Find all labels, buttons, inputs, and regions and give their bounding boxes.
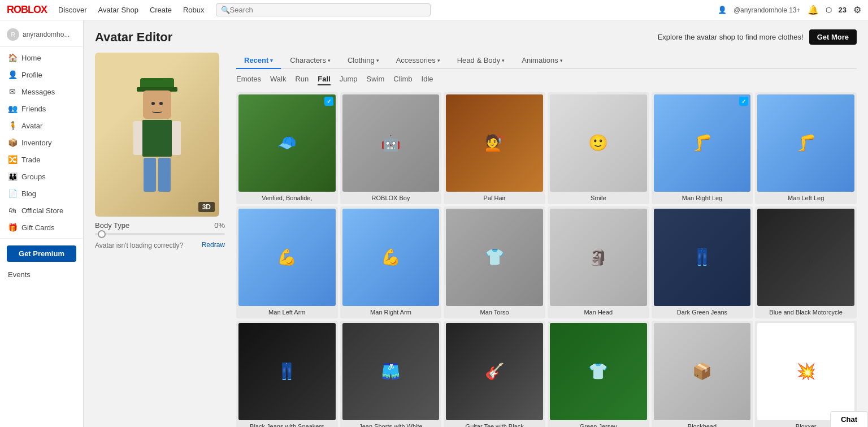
- item-card-4[interactable]: 🙂Smile: [548, 92, 649, 204]
- item-card-8[interactable]: 💪Man Right Arm: [340, 206, 442, 318]
- item-thumb: 🦵✓: [654, 94, 751, 192]
- item-label: Smile: [550, 194, 647, 202]
- subtab-walk[interactable]: Walk: [270, 74, 286, 85]
- sidebar-item-label: Profile: [21, 71, 42, 79]
- tab-clothing[interactable]: Clothing ▾: [340, 53, 387, 69]
- robux-count[interactable]: 23: [839, 6, 847, 14]
- item-label: Blue and Black Motorcycle: [757, 308, 854, 316]
- item-grid: 🧢✓Verified, Bonafide,🤖ROBLOX Boy💇Pal Hai…: [236, 92, 857, 427]
- sidebar-item-label: Trade: [21, 156, 40, 164]
- tab-accessories[interactable]: Accessories ▾: [388, 53, 448, 69]
- sidebar-item-inventory[interactable]: 📦 Inventory: [0, 134, 83, 151]
- body-type-pct: 0%: [214, 221, 225, 230]
- item-symbol: 💪: [277, 248, 297, 266]
- item-thumb: 🏍: [757, 209, 854, 306]
- item-card-14[interactable]: 🩳Jean Shorts with White: [340, 321, 442, 427]
- robux-icon: ⬡: [826, 6, 832, 14]
- sidebar-item-label: Inventory: [21, 139, 51, 147]
- sidebar-user: R anyrandomho...: [0, 25, 83, 47]
- notification-bell-icon[interactable]: 🔔: [808, 5, 819, 15]
- item-card-13[interactable]: 👖Black Jeans with Sneakers: [236, 321, 338, 427]
- body-type-slider[interactable]: [95, 233, 225, 235]
- item-thumb: 💪: [342, 209, 440, 306]
- sidebar-item-label: Home: [21, 54, 41, 62]
- explore-banner: Explore the avatar shop to find more clo…: [658, 29, 857, 45]
- chevron-down-icon: ▾: [560, 58, 563, 63]
- subtab-fall[interactable]: Fall: [318, 74, 330, 85]
- sidebar-username: anyrandomho...: [23, 31, 70, 38]
- subtab-run[interactable]: Run: [295, 74, 309, 85]
- item-label: Black Jeans with Sneakers: [238, 422, 336, 427]
- sidebar-item-trade[interactable]: 🔀 Trade: [0, 151, 83, 168]
- messages-icon: ✉: [8, 87, 17, 96]
- item-card-3[interactable]: 💇Pal Hair: [444, 92, 545, 204]
- sidebar-item-label: Blog: [21, 189, 36, 198]
- item-card-12[interactable]: 🏍Blue and Black Motorcycle: [755, 206, 857, 318]
- sidebar-item-official-store[interactable]: 🛍 Official Store: [0, 202, 83, 219]
- tab-animations[interactable]: Animations ▾: [514, 53, 570, 69]
- item-card-16[interactable]: 👕Green Jersey: [548, 321, 649, 427]
- item-card-2[interactable]: 🤖ROBLOX Boy: [340, 92, 442, 204]
- item-symbol: 💇: [485, 133, 505, 152]
- item-card-17[interactable]: 📦Blockhead: [652, 321, 753, 427]
- roblox-logo[interactable]: ROBLOX: [7, 4, 47, 16]
- item-thumb: 👕: [550, 323, 647, 420]
- item-symbol: 🦵: [796, 133, 816, 152]
- tab-characters[interactable]: Characters ▾: [282, 53, 338, 69]
- sidebar-item-profile[interactable]: 👤 Profile: [0, 66, 83, 83]
- subtab-climb[interactable]: Climb: [393, 74, 412, 85]
- page-wrap: R anyrandomho... 🏠 Home 👤 Profile ✉ Mess…: [0, 20, 868, 427]
- search-icon: 🔍: [221, 6, 230, 14]
- create-link[interactable]: Create: [150, 6, 172, 14]
- settings-icon[interactable]: ⚙: [853, 5, 861, 15]
- avatar-shop-link[interactable]: Avatar Shop: [98, 6, 138, 14]
- gift-icon: 🎁: [8, 223, 17, 232]
- item-thumb: 🧢✓: [238, 94, 336, 192]
- robux-link[interactable]: Robux: [183, 6, 205, 14]
- blog-icon: 📄: [8, 189, 17, 198]
- avatar-preview: 3D Body Type 0% Avatar isn't loading cor…: [95, 53, 225, 427]
- search-box[interactable]: 🔍: [216, 3, 431, 16]
- sidebar-item-home[interactable]: 🏠 Home: [0, 49, 83, 66]
- item-card-5[interactable]: 🦵✓Man Right Leg: [652, 92, 753, 204]
- subtab-idle[interactable]: Idle: [422, 74, 433, 85]
- sidebar-item-friends[interactable]: 👥 Friends: [0, 100, 83, 117]
- sidebar-item-events[interactable]: Events: [0, 266, 83, 283]
- item-card-11[interactable]: 👖Dark Green Jeans: [652, 206, 753, 318]
- item-thumb: 🙂: [550, 94, 647, 192]
- search-input[interactable]: [230, 6, 426, 14]
- item-check-badge: ✓: [324, 97, 333, 106]
- user-avatar-icon: 👤: [718, 6, 727, 14]
- item-label: Verified, Bonafide,: [238, 194, 336, 202]
- tab-recent[interactable]: Recent ▾: [236, 53, 281, 69]
- item-symbol: 💪: [381, 248, 401, 266]
- sidebar-item-label: Messages: [21, 88, 55, 96]
- subtab-jump[interactable]: Jump: [340, 74, 358, 85]
- chat-button[interactable]: Chat: [830, 411, 868, 427]
- get-more-button[interactable]: Get More: [809, 29, 857, 45]
- sidebar-item-blog[interactable]: 📄 Blog: [0, 185, 83, 202]
- sidebar-item-label: Groups: [21, 172, 46, 181]
- tab-head-body[interactable]: Head & Body ▾: [449, 53, 513, 69]
- body-type-label: Body Type: [95, 221, 129, 230]
- subtab-emotes[interactable]: Emotes: [236, 74, 261, 85]
- item-symbol: 👖: [692, 248, 712, 266]
- subtab-swim[interactable]: Swim: [367, 74, 385, 85]
- item-symbol: 📦: [692, 362, 712, 381]
- item-card-1[interactable]: 🧢✓Verified, Bonafide,: [236, 92, 338, 204]
- discover-link[interactable]: Discover: [58, 6, 87, 14]
- get-premium-button[interactable]: Get Premium: [7, 245, 76, 262]
- redraw-link[interactable]: Redraw: [202, 241, 225, 249]
- item-card-7[interactable]: 💪Man Left Arm: [236, 206, 338, 318]
- explore-text: Explore the avatar shop to find more clo…: [658, 33, 804, 41]
- sidebar-item-groups[interactable]: 👪 Groups: [0, 168, 83, 185]
- item-card-15[interactable]: 🎸Guitar Tee with Black: [444, 321, 545, 427]
- sidebar-item-avatar[interactable]: 🧍 Avatar: [0, 117, 83, 134]
- item-card-6[interactable]: 🦵Man Left Leg: [755, 92, 857, 204]
- item-thumb: 🩳: [342, 323, 440, 420]
- sidebar-item-gift-cards[interactable]: 🎁 Gift Cards: [0, 219, 83, 236]
- item-card-10[interactable]: 🗿Man Head: [548, 206, 649, 318]
- avatar-icon: 🧍: [8, 121, 17, 130]
- sidebar-item-messages[interactable]: ✉ Messages: [0, 83, 83, 100]
- item-card-9[interactable]: 👕Man Torso: [444, 206, 545, 318]
